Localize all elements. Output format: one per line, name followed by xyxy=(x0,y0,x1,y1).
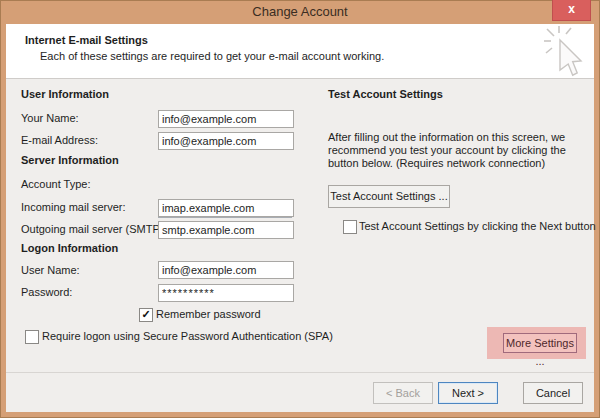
your-name-field[interactable] xyxy=(158,110,294,128)
dialog-header: Internet E-mail Settings Each of these s… xyxy=(6,24,594,79)
outgoing-server-field[interactable] xyxy=(158,221,294,239)
back-button[interactable]: < Back xyxy=(373,382,433,404)
dialog-body: Internet E-mail Settings Each of these s… xyxy=(6,24,594,412)
test-account-description: After filling out the information on thi… xyxy=(328,131,586,170)
header-subtitle: Each of these settings are required to g… xyxy=(40,50,384,62)
email-address-field[interactable] xyxy=(158,132,294,150)
title-bar: Change Account x xyxy=(0,0,600,24)
cancel-button[interactable]: Cancel xyxy=(523,382,583,404)
next-button[interactable]: Next > xyxy=(438,382,498,404)
test-on-next-label: Test Account Settings by clicking the Ne… xyxy=(359,220,596,232)
account-type-label: Account Type: xyxy=(21,178,91,190)
outgoing-server-label: Outgoing mail server (SMTP): xyxy=(21,223,166,235)
remember-password-label: Remember password xyxy=(156,308,261,320)
incoming-server-label: Incoming mail server: xyxy=(21,201,126,213)
spa-label: Require logon using Secure Password Auth… xyxy=(42,330,333,342)
section-server-information: Server Information xyxy=(21,154,119,166)
spa-checkbox[interactable] xyxy=(25,330,39,344)
section-logon-information: Logon Information xyxy=(21,242,118,254)
password-label: Password: xyxy=(21,286,72,298)
your-name-label: Your Name: xyxy=(21,112,79,124)
test-account-settings-button[interactable]: Test Account Settings ... xyxy=(328,185,450,208)
user-name-field[interactable] xyxy=(158,261,294,279)
test-on-next-checkbox[interactable] xyxy=(343,220,357,234)
section-user-information: User Information xyxy=(21,88,109,100)
header-title: Internet E-mail Settings xyxy=(25,34,148,46)
remember-password-checkbox[interactable]: ✓ xyxy=(139,308,153,322)
close-button[interactable]: x xyxy=(552,0,591,21)
check-icon: ✓ xyxy=(141,308,150,320)
user-name-label: User Name: xyxy=(21,264,80,276)
window-title: Change Account xyxy=(0,0,600,24)
email-address-label: E-mail Address: xyxy=(21,134,98,146)
section-test-account-settings: Test Account Settings xyxy=(328,88,443,100)
close-icon: x xyxy=(568,2,575,16)
password-field[interactable] xyxy=(158,284,294,302)
cursor-click-icon xyxy=(544,26,588,80)
footer-divider xyxy=(6,372,594,373)
change-account-dialog: Change Account x Internet E-mail Setting… xyxy=(0,0,600,418)
incoming-server-field[interactable] xyxy=(158,199,294,217)
more-settings-button[interactable]: More Settings ... xyxy=(503,333,577,353)
